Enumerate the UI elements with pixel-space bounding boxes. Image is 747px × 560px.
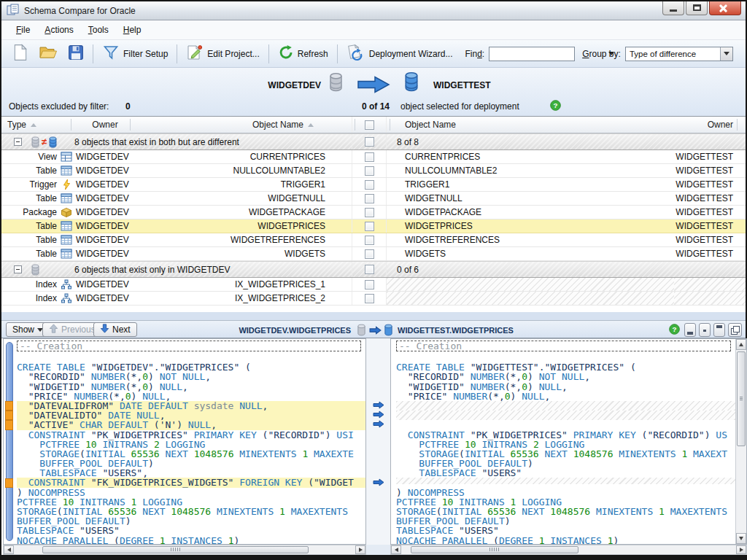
group-count: 0 of 6 [387,265,746,275]
column-header-owner-right[interactable]: Owner [674,120,746,130]
db-only-left-icon [31,264,71,276]
menu-file[interactable]: File [9,22,37,38]
column-header-object-left[interactable]: Object Name [134,120,352,130]
title-bar[interactable]: Schema Compare for Oracle [1,1,746,20]
object-row-trigger1[interactable]: TriggerWIDGETDEVTRIGGER1TRIGGER1WIDGETTE… [1,178,746,192]
collapsed-region-header[interactable]: -- Creation [396,340,735,353]
group-checkbox[interactable] [352,134,387,149]
menu-bar: FileActionsToolsHelp [1,20,746,40]
object-row-currentprices[interactable]: ViewWIDGETDEVCURRENTPRICESCURRENTPRICESW… [1,150,746,164]
refresh-button[interactable]: Refresh [273,42,333,65]
change-marker[interactable] [5,411,13,420]
collapsed-region-header[interactable]: -- Creation [17,340,365,353]
find-input[interactable] [489,47,575,61]
layout-split-pane-button[interactable] [699,323,711,337]
group-row[interactable]: 6 objects that exist only in WIDGETDEV0 … [1,261,746,278]
row-checkbox[interactable] [352,219,387,233]
left-pane-horizontal-scrollbar[interactable] [3,545,366,555]
source-db-label: WIDGETDEV [268,80,321,90]
row-checkbox[interactable] [352,278,387,291]
open-project-button[interactable] [34,42,63,65]
table-icon [57,164,76,177]
row-checkbox[interactable] [352,292,387,305]
edit-project-button[interactable]: Edit Project... [181,42,264,65]
scroll-right-button[interactable] [355,545,365,554]
right-pane-vertical-scrollbar[interactable] [735,339,746,544]
object-row-widgetprices[interactable]: TableWIDGETDEVWIDGETPRICESWIDGETPRICESWI… [1,219,746,233]
save-project-button[interactable] [63,42,89,65]
help-icon[interactable]: ? [669,324,680,337]
menu-actions[interactable]: Actions [37,22,80,38]
change-marker[interactable] [5,478,13,488]
copy-to-target-arrow-icon [366,400,390,410]
column-header-type[interactable]: Type [1,120,57,130]
row-checkbox[interactable] [352,247,387,260]
maximize-button[interactable] [686,1,708,15]
owner-cell: WIDGETDEV [76,192,134,205]
group-label: 6 objects that exist only in WIDGETDEV [74,265,352,275]
change-marker[interactable] [5,401,13,411]
object-row-nullcolumntable2[interactable]: TableWIDGETDEVNULLCOLUMNTABLE2NULLCOLUMN… [1,164,746,178]
sql-line: "PRICE" NUMBER(*,0) NULL, [396,392,735,401]
collapse-toggle[interactable] [14,265,22,273]
vertical-scroll-thumb[interactable] [737,351,746,446]
horizontal-scroll-thumb[interactable] [42,546,309,553]
right-pane-horizontal-scrollbar[interactable] [390,545,747,555]
scroll-down-button[interactable] [736,533,746,544]
group-row[interactable]: ≠8 objects that exist in both but are di… [1,133,746,150]
object-row-ix_widgetprices_1[interactable]: IndexWIDGETDEVIX_WIDGETPRICES_1 [1,278,746,292]
row-checkbox[interactable] [352,192,387,205]
object-row-ix_widgetprices_2[interactable]: IndexWIDGETDEVIX_WIDGETPRICES_2 [1,292,746,306]
target-db-small-icon [384,324,393,338]
group-by-select[interactable]: Type of difference [625,47,733,61]
row-checkbox[interactable] [352,150,387,163]
group-by-dropdown-arrow-icon[interactable] [720,47,732,61]
row-checkbox[interactable] [352,206,387,219]
object-name-cell: TRIGGER1 [134,178,352,191]
change-overview-ruler[interactable] [6,342,13,541]
object-row-widgets[interactable]: TableWIDGETDEVWIDGETSWIDGETSWIDGETTEST [1,247,746,261]
layout-float-pane-button[interactable] [728,323,742,337]
close-button[interactable] [709,1,741,15]
edit-project-label: Edit Project... [207,49,259,59]
row-checkbox[interactable] [352,178,387,191]
layout-top-pane-button[interactable] [713,323,725,337]
object-name-right-cell: WIDGETPACKAGE [387,206,674,219]
source-sql-pane[interactable]: -- CreationCREATE TABLE "WIDGETDEV"."WID… [3,338,366,545]
direction-arrow-icon [369,326,382,337]
collapse-toggle[interactable] [14,138,22,146]
scroll-left-button[interactable] [4,545,14,554]
target-sql-pane[interactable]: -- CreationCREATE TABLE "WIDGETTEST"."WI… [390,338,747,545]
scrollbar-gap [366,545,390,555]
minimize-button[interactable] [662,1,684,15]
filter-setup-button[interactable]: Filter Setup [97,42,173,65]
group-by-value: Type of difference [626,50,720,58]
menu-help[interactable]: Help [116,22,149,38]
pane-splitter[interactable] [1,312,746,320]
column-header-owner-left[interactable]: Owner [76,120,134,130]
group-checkbox[interactable] [352,262,387,277]
next-label: Next [112,324,131,335]
group-by-label: Group by: [582,49,621,59]
help-icon[interactable]: ? [550,100,561,113]
scroll-right-button[interactable] [736,545,746,554]
next-difference-button[interactable]: Next [93,322,137,337]
deployment-wizard-button[interactable]: Deployment Wizard... [341,42,458,66]
scroll-up-button[interactable] [736,339,746,350]
horizontal-scroll-thumb[interactable] [411,546,578,553]
menu-tools[interactable]: Tools [81,22,116,38]
new-project-button[interactable] [7,42,34,66]
select-all-checkbox[interactable] [352,117,387,133]
column-header-object-right[interactable]: Object Name [387,120,674,130]
row-checkbox[interactable] [352,233,387,246]
owner-cell: WIDGETDEV [76,278,134,291]
change-marker[interactable] [5,420,13,429]
layout-bottom-pane-button[interactable] [684,323,696,337]
object-row-widgetnull[interactable]: TableWIDGETDEVWIDGETNULLWIDGETNULLWIDGET… [1,192,746,206]
object-name-cell: CURRENTPRICES [134,150,352,163]
object-row-widgetpackage[interactable]: PackageWIDGETDEVWIDGETPACKAGEWIDGETPACKA… [1,206,746,219]
row-checkbox[interactable] [352,164,387,177]
scroll-left-button[interactable] [391,545,401,554]
object-name-cell: WIDGETPRICES [134,219,352,233]
object-row-widgetreferences[interactable]: TableWIDGETDEVWIDGETREFERENCESWIDGETREFE… [1,233,746,247]
